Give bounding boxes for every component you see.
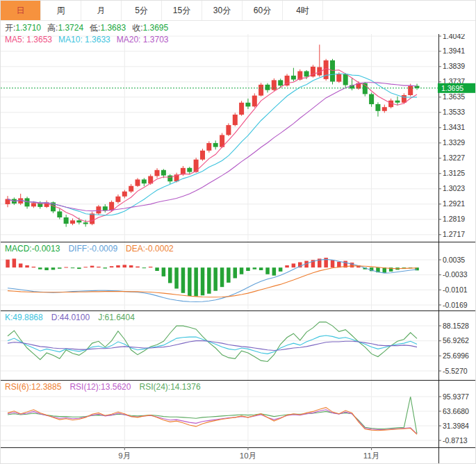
y-axis-label: 56.9262 bbox=[443, 336, 469, 345]
y-axis-label: -0.0033 bbox=[443, 270, 468, 279]
y-axis-label: 1.3023 bbox=[443, 184, 465, 192]
tab-4时[interactable]: 4时 bbox=[283, 1, 323, 20]
y-axis-label: 1.2921 bbox=[443, 199, 465, 208]
y-axis-label: 63.6680 bbox=[443, 407, 469, 415]
rsi24-line bbox=[8, 397, 417, 433]
y-axis-label: 1.3635 bbox=[443, 92, 465, 101]
y-axis-label: 1.4042 bbox=[443, 34, 465, 40]
timeframe-tabbar: 日周月5分15分30分60分4时 bbox=[1, 1, 475, 21]
y-axis-label: -0.8713 bbox=[443, 436, 468, 445]
x-axis-month-label: 9月 bbox=[118, 451, 131, 460]
current-price-text: 1.3695 bbox=[441, 84, 463, 92]
y-axis-label: 95.9377 bbox=[443, 392, 469, 401]
y-axis-label: 1.3125 bbox=[443, 169, 465, 177]
y-axis-label: 1.3329 bbox=[443, 138, 465, 147]
axis-labels-layer: 1.40421.39411.38391.37371.36351.35331.34… bbox=[438, 34, 469, 445]
candles-layer bbox=[6, 44, 420, 226]
price-badge: 1.3695 bbox=[438, 83, 476, 93]
value-pair: 收:1.3695 bbox=[132, 23, 168, 33]
x-axis-month-label: 10月 bbox=[240, 451, 256, 460]
macd-layer bbox=[6, 258, 419, 301]
trading-chart-app: 日周月5分15分30分60分4时 开:1.3710高:1.3724低:1.368… bbox=[0, 0, 476, 464]
y-axis-label: -0.0169 bbox=[443, 301, 468, 309]
value-pair: 开:1.3710 bbox=[5, 23, 41, 33]
y-axis-label: 1.2819 bbox=[443, 215, 465, 223]
value-pair: 高:1.3724 bbox=[47, 23, 83, 33]
value-pair: 低:1.3683 bbox=[90, 23, 126, 33]
ma-lines-layer bbox=[8, 69, 417, 222]
rsi12-line bbox=[8, 410, 417, 434]
y-axis-label: 1.3227 bbox=[443, 154, 465, 162]
x-axis-month-label: 11月 bbox=[363, 451, 379, 460]
month-labels: 9月10月11月 bbox=[118, 447, 379, 460]
rsi-layer bbox=[8, 397, 417, 434]
y-axis-label: -0.0101 bbox=[443, 285, 468, 294]
tab-30分[interactable]: 30分 bbox=[202, 1, 243, 20]
ma20-line bbox=[8, 83, 417, 211]
y-axis-label: 31.3984 bbox=[443, 422, 469, 430]
y-axis-label: 88.1528 bbox=[443, 322, 469, 330]
y-axis-label: 1.3941 bbox=[443, 47, 465, 55]
chart-canvas[interactable]: 1.40421.39411.38391.37371.36351.35331.34… bbox=[1, 34, 476, 464]
y-axis-label: 1.3839 bbox=[443, 62, 465, 70]
dea-line bbox=[8, 266, 417, 297]
y-axis-label: 0.0035 bbox=[443, 256, 465, 264]
ma10-line bbox=[8, 74, 417, 215]
y-axis-label: 1.2717 bbox=[443, 230, 465, 238]
ohlc-row: 开:1.3710高:1.3724低:1.3683收:1.3695 bbox=[5, 22, 174, 34]
tab-15分[interactable]: 15分 bbox=[162, 1, 202, 20]
y-axis-label: 25.6996 bbox=[443, 351, 469, 360]
tab-周[interactable]: 周 bbox=[41, 1, 81, 20]
y-axis-label: -5.5270 bbox=[443, 367, 468, 375]
y-axis-label: 1.3431 bbox=[443, 123, 465, 131]
y-axis-label: 1.3533 bbox=[443, 108, 465, 116]
tab-日[interactable]: 日 bbox=[1, 1, 41, 20]
ma5-line bbox=[8, 69, 417, 222]
tab-月[interactable]: 月 bbox=[81, 1, 122, 20]
tab-5分[interactable]: 5分 bbox=[122, 1, 162, 20]
tab-60分[interactable]: 60分 bbox=[243, 1, 283, 20]
